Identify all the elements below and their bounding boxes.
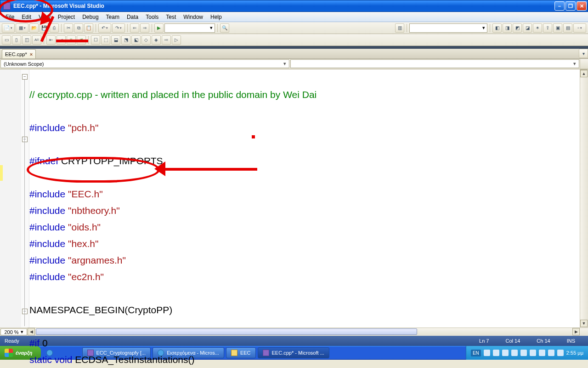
new-project-button[interactable]: 📄 xyxy=(2,23,15,33)
tb2-k[interactable]: ◈ xyxy=(152,35,161,45)
tb-a[interactable]: ◧ xyxy=(492,23,502,33)
open-button[interactable]: 📂 xyxy=(29,23,39,33)
scroll-thumb[interactable] xyxy=(36,328,417,335)
menu-test[interactable]: Test xyxy=(162,13,180,21)
menu-team[interactable]: Team xyxy=(102,13,123,21)
close-button[interactable]: ✕ xyxy=(577,1,587,11)
start-debug-button[interactable]: ▶ xyxy=(154,23,164,33)
comment-button[interactable]: ≡ xyxy=(67,35,76,45)
tb2-e[interactable]: ☐ xyxy=(91,35,100,45)
taskbar-item-active[interactable]: EEC.cpp* - Microsoft ... xyxy=(258,347,329,358)
menu-help[interactable]: Help xyxy=(207,13,226,21)
save-button[interactable]: 💾 xyxy=(40,23,49,33)
outline-gutter: − − − xyxy=(21,69,29,328)
nav-fwd-button[interactable]: ⇒ xyxy=(140,23,149,33)
code-token: "oids.h" xyxy=(68,222,101,232)
tb2-d[interactable]: A≡ xyxy=(32,35,41,45)
add-item-button[interactable]: ▦ xyxy=(16,23,28,33)
tb-d[interactable]: ◪ xyxy=(523,23,532,33)
tray-icon[interactable] xyxy=(548,350,554,356)
tray-icon[interactable] xyxy=(493,350,499,356)
tb2-c[interactable]: ◫ xyxy=(22,35,31,45)
menu-file[interactable]: File xyxy=(2,13,18,21)
code-token: static void xyxy=(29,354,72,365)
menu-window[interactable]: Window xyxy=(180,13,207,21)
tray-icon[interactable] xyxy=(511,350,518,356)
config-combo[interactable]: ▾ xyxy=(164,23,215,33)
tb-e[interactable]: ✶ xyxy=(533,23,542,33)
menu-edit[interactable]: Edit xyxy=(18,13,35,21)
fold-toggle[interactable]: − xyxy=(22,74,28,80)
tb-c[interactable]: ◩ xyxy=(513,23,522,33)
menu-data[interactable]: Data xyxy=(123,13,142,21)
clock[interactable]: 2:55 μμ xyxy=(566,350,583,356)
tb-g[interactable]: ▣ xyxy=(553,23,562,33)
status-col: Col 14 xyxy=(498,338,529,344)
tray-icon[interactable] xyxy=(520,350,527,356)
taskbar-item[interactable]: EEC xyxy=(226,347,256,358)
find-combo[interactable]: ▾ xyxy=(409,23,487,33)
indent-button[interactable]: ⇥ xyxy=(57,35,66,45)
maximize-button[interactable]: ❐ xyxy=(565,1,576,11)
tb2-g[interactable]: ⬓ xyxy=(111,35,120,45)
tb-h[interactable]: ▤ xyxy=(563,23,572,33)
tray-icon[interactable] xyxy=(530,350,536,356)
scroll-left-icon[interactable]: ◀ xyxy=(28,328,35,335)
scroll-down-icon[interactable]: ▼ xyxy=(580,320,588,327)
redo-button[interactable]: ↷ xyxy=(112,23,125,33)
tray-icon[interactable] xyxy=(484,350,490,356)
file-tab-eec[interactable]: EEC.cpp* × xyxy=(2,49,36,58)
tb2-l[interactable]: ⇨ xyxy=(162,35,171,45)
tray-icon[interactable] xyxy=(539,350,545,356)
tray-icon[interactable] xyxy=(502,350,509,356)
tb2-a[interactable]: ▭ xyxy=(2,35,11,45)
code-line: NAMESPACE_BEGIN(CryptoPP) xyxy=(29,305,172,315)
tb-b[interactable]: ◨ xyxy=(503,23,512,33)
tb2-f[interactable]: ⬚ xyxy=(101,35,110,45)
undo-button[interactable]: ↶ xyxy=(98,23,111,33)
outdent-button[interactable]: ⇤ xyxy=(46,35,56,45)
language-indicator[interactable]: EN xyxy=(471,350,481,356)
menu-project[interactable]: Project xyxy=(54,13,79,21)
systray: EN 2:55 μμ xyxy=(466,346,588,360)
scope-right-combo[interactable]: ▾ xyxy=(290,59,579,68)
tabbar-dropdown-icon[interactable]: ▾ xyxy=(579,49,588,58)
paste-button[interactable]: 📋 xyxy=(84,23,93,33)
scope-left-combo[interactable]: (Unknown Scope) ▾ xyxy=(0,59,289,68)
code-editor[interactable]: − − − // eccrypto.cpp - written and plac… xyxy=(0,69,588,328)
tb2-h[interactable]: ⬔ xyxy=(121,35,130,45)
close-tab-icon[interactable]: × xyxy=(30,52,33,57)
vertical-scrollbar[interactable]: ▲ ▼ xyxy=(580,69,588,328)
code-token: #ifndef xyxy=(29,155,58,166)
minimize-button[interactable]: – xyxy=(554,1,565,11)
separator xyxy=(44,36,44,44)
save-all-button[interactable]: ⎙ xyxy=(50,23,59,33)
menu-tools[interactable]: Tools xyxy=(142,13,162,21)
status-line: Ln 7 xyxy=(471,338,497,344)
scroll-right-icon[interactable]: ▶ xyxy=(572,328,580,335)
tb-misc-1[interactable]: ▥ xyxy=(395,23,404,33)
zoom-combo[interactable]: 200 % ▾ xyxy=(0,328,27,335)
copy-button[interactable]: ⧉ xyxy=(74,23,83,33)
fold-toggle[interactable]: − xyxy=(22,309,28,314)
fold-toggle[interactable]: − xyxy=(22,137,28,142)
tray-icon[interactable] xyxy=(557,350,564,356)
tb2-j[interactable]: ◇ xyxy=(141,35,151,45)
menu-view[interactable]: View xyxy=(35,13,54,21)
find-button[interactable]: 🔍 xyxy=(220,23,229,33)
status-bar: Ready Ln 7 Col 14 Ch 14 INS xyxy=(0,336,588,346)
tb2-b[interactable]: ▯ xyxy=(12,35,21,45)
scroll-up-icon[interactable]: ▲ xyxy=(580,70,588,77)
tb2-i[interactable]: ⬕ xyxy=(131,35,141,45)
tb-i[interactable]: ▫ xyxy=(573,23,586,33)
uncomment-button[interactable]: ≢ xyxy=(77,35,86,45)
tb-f[interactable]: ⇪ xyxy=(543,23,552,33)
tb2-m[interactable]: ▷ xyxy=(172,35,181,45)
code-token: #include xyxy=(29,238,68,249)
code-area[interactable]: // eccrypto.cpp - written and placed in … xyxy=(29,69,580,328)
nav-back-button[interactable]: ⇐ xyxy=(130,23,139,33)
horizontal-scrollbar[interactable]: 200 % ▾ ◀ ▶ xyxy=(0,328,588,336)
cut-button[interactable]: ✂ xyxy=(64,23,73,33)
menu-debug[interactable]: Debug xyxy=(79,13,102,21)
code-token: "ec2n.h" xyxy=(68,271,104,282)
